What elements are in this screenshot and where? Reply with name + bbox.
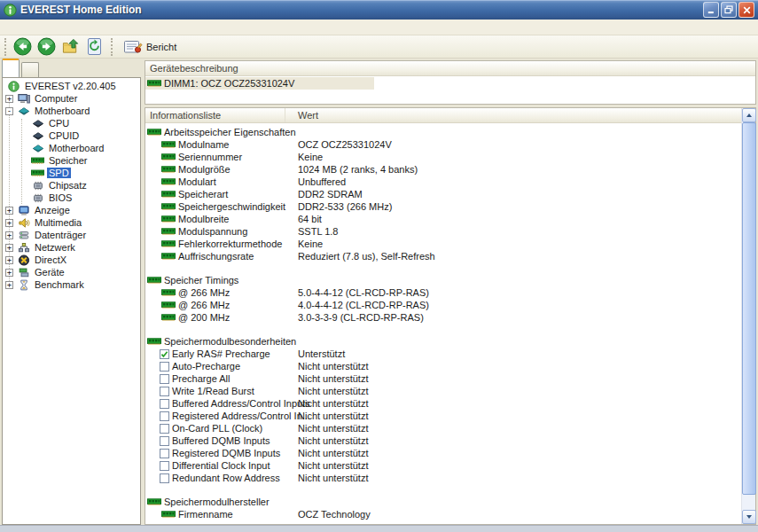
expand-toggle[interactable]: + (5, 281, 13, 289)
info-row[interactable]: @ 266 MHz 5.0-4-4-12 (CL-RCD-RP-RAS) (145, 286, 741, 299)
info-row[interactable]: @ 266 MHz 4.0-4-4-12 (CL-RCD-RP-RAS) (145, 299, 741, 311)
chip-icon (31, 192, 44, 204)
up-button[interactable] (59, 36, 82, 58)
feature-checkbox[interactable] (160, 449, 169, 458)
info-row[interactable]: Modulgröße 1024 MB (2 ranks, 4 banks) (145, 163, 741, 176)
toolbar-grip[interactable] (4, 38, 6, 56)
tree-item[interactable]: + DirectX (3, 254, 140, 266)
tree-item[interactable]: Chipsatz (3, 179, 140, 192)
ram-icon (161, 166, 176, 174)
menu-item[interactable] (39, 20, 51, 35)
info-row[interactable]: Redundant Row Address Nicht unterstützt (145, 472, 741, 484)
directx-icon (17, 254, 30, 266)
info-row[interactable] (145, 262, 741, 274)
restore-button[interactable] (721, 2, 737, 18)
ram-icon (147, 80, 161, 88)
info-row[interactable]: @ 200 MHz 3.0-3-3-9 (CL-RCD-RP-RAS) (145, 311, 741, 324)
info-row[interactable]: On-Card PLL (Clock) Nicht unterstützt (145, 422, 741, 434)
ram-icon (161, 228, 176, 236)
feature-checkbox[interactable] (160, 399, 169, 409)
tree-item[interactable]: EVEREST v2.20.405 (3, 80, 140, 92)
feature-checkbox[interactable] (160, 461, 169, 471)
sidebar-tab[interactable] (21, 62, 39, 77)
speaker-icon (17, 217, 30, 229)
info-row[interactable]: Auto-Precharge Nicht unterstützt (145, 360, 741, 372)
minimize-button[interactable] (703, 2, 719, 18)
feature-checkbox[interactable] (160, 387, 169, 396)
report-button[interactable]: Bericht (117, 36, 183, 58)
feature-checkbox[interactable] (160, 374, 169, 384)
info-row[interactable]: Speicherart DDR2 SDRAM (145, 188, 741, 200)
close-button[interactable] (738, 2, 754, 18)
tree-item[interactable]: CPUID (3, 129, 140, 142)
tree-item[interactable]: CPU (3, 117, 140, 129)
feature-checkbox[interactable] (160, 362, 169, 372)
tree-item[interactable]: SPD (3, 167, 140, 179)
info-row[interactable] (145, 324, 741, 335)
scrollbar-thumb[interactable] (742, 122, 756, 495)
info-row[interactable]: Buffered Address/Control Inputs Nicht un… (145, 397, 741, 410)
scroll-up-button[interactable] (742, 108, 756, 122)
menu-item[interactable] (27, 20, 39, 35)
tree-item[interactable]: - Motherboard (3, 105, 140, 117)
info-row[interactable]: Buffered DQMB Inputs Nicht unterstützt (145, 434, 741, 447)
expand-toggle[interactable]: + (5, 231, 13, 239)
menu-item[interactable] (14, 20, 27, 35)
forward-button[interactable] (35, 36, 59, 58)
tree-item[interactable]: Speicher (3, 154, 140, 167)
tree-item[interactable]: Motherboard (3, 142, 140, 154)
info-row[interactable]: Modulart Unbuffered (145, 176, 741, 188)
expand-toggle[interactable]: + (5, 219, 13, 227)
refresh-button[interactable] (82, 36, 106, 58)
info-row[interactable] (145, 484, 741, 496)
info-row[interactable]: Speicher Timings (145, 274, 741, 286)
tree-item[interactable]: + Multimedia (3, 216, 140, 229)
vertical-scrollbar[interactable] (741, 108, 755, 524)
information-list: Arbeitsspeicher Eigenschaften Modulname … (145, 123, 741, 524)
menu-item[interactable] (51, 20, 64, 35)
tree-item[interactable]: + Netzwerk (3, 241, 140, 254)
expand-toggle[interactable]: + (5, 95, 13, 103)
device-item[interactable]: DIMM1: OCZ OCZ25331024V (145, 77, 374, 90)
info-row[interactable]: Early RAS# Precharge Unterstützt (145, 348, 741, 360)
tree-item[interactable]: + Benchmark (3, 278, 140, 291)
feature-checkbox[interactable] (160, 473, 169, 483)
info-row[interactable]: Speichergeschwindigkeit DDR2-533 (266 MH… (145, 200, 741, 213)
info-row[interactable]: Modulname OCZ OCZ25331024V (145, 138, 741, 151)
info-row[interactable]: Arbeitsspeicher Eigenschaften (145, 126, 741, 138)
tree-item[interactable]: + Anzeige (3, 204, 140, 216)
info-row[interactable]: Differential Clock Input Nicht unterstüt… (145, 459, 741, 472)
info-row[interactable]: Modulspannung SSTL 1.8 (145, 225, 741, 238)
info-row[interactable]: Auffrischungsrate Reduziert (7.8 us), Se… (145, 250, 741, 262)
back-button[interactable] (11, 36, 35, 58)
info-row[interactable]: Registered DQMB Inputs Nicht unterstützt (145, 447, 741, 459)
tree-item[interactable]: + Datenträger (3, 229, 140, 241)
scroll-down-button[interactable] (742, 510, 756, 524)
tree-item[interactable]: + Geräte (3, 266, 140, 278)
info-row[interactable]: Firmenname OCZ Technology (145, 508, 741, 520)
menu-item[interactable] (2, 20, 14, 35)
expand-toggle[interactable]: + (5, 256, 13, 264)
info-row[interactable]: Fehlerkorrekturmethode Keine (145, 238, 741, 250)
feature-checkbox[interactable] (160, 411, 169, 421)
navigation-buttons (11, 36, 106, 58)
toolbar-grip[interactable] (111, 38, 113, 56)
feature-checkbox[interactable] (160, 436, 169, 446)
expand-toggle[interactable]: - (5, 107, 13, 115)
navigation-tree: EVEREST v2.20.405 + Computer - Motherboa… (3, 78, 140, 291)
expand-toggle[interactable]: + (5, 207, 13, 215)
tree-item[interactable]: BIOS (3, 192, 140, 204)
feature-checkbox[interactable] (160, 424, 169, 434)
feature-checkbox[interactable] (160, 349, 169, 359)
sidebar-tab[interactable] (2, 59, 20, 77)
info-row[interactable]: Speichermodulbesonderheiten (145, 335, 741, 348)
info-row[interactable]: Precharge All Nicht unterstützt (145, 372, 741, 385)
info-row[interactable]: Modulbreite 64 bit (145, 213, 741, 225)
tree-item[interactable]: + Computer (3, 92, 140, 105)
info-row[interactable]: Write 1/Read Burst Nicht unterstützt (145, 385, 741, 397)
expand-toggle[interactable]: + (5, 269, 13, 277)
info-row[interactable]: Registered Address/Control In... Nicht u… (145, 410, 741, 422)
info-row[interactable]: Seriennummer Keine (145, 151, 741, 163)
expand-toggle[interactable]: + (5, 244, 13, 252)
info-row[interactable]: Speichermodulhersteller (145, 496, 741, 508)
